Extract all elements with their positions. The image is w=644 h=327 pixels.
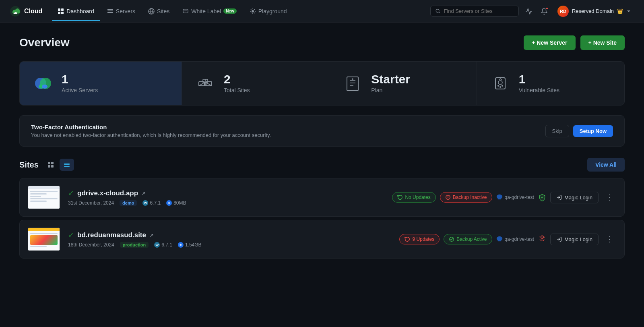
nav-item-whitelabel[interactable]: White Label New [177,6,242,17]
avatar: RD [557,6,569,17]
shield-icon [538,193,546,201]
search-icon [436,8,441,14]
view-all-button[interactable]: View All [587,158,625,172]
svg-point-33 [497,85,499,87]
nav-label-dashboard: Dashboard [66,8,94,14]
new-server-button[interactable]: + New Server [524,35,575,50]
list-view-btn[interactable] [60,159,74,171]
svg-rect-5 [61,12,64,14]
tfa-actions: Skip Setup Now [545,125,613,137]
site-name-row: ✓ bd.reduanmasud.site ↗ [68,231,391,240]
size-icon: ◉ [166,200,172,206]
login-icon [556,195,562,200]
server-chip: qa-gdrive-test [496,194,534,201]
notification-wrapper [539,6,549,17]
tfa-banner: Two-Factor Authentication You have not e… [19,115,625,147]
nav-item-dashboard[interactable]: Dashboard [52,6,100,17]
stat-icon-sites [195,73,216,94]
sites-title-row: Sites [19,159,74,171]
sites-header: Sites View All [19,158,625,172]
sites-title: Sites [19,160,39,170]
navbar: ☁ Cloud Dashboard Servers Sites White La… [0,0,644,23]
activity-icon-btn[interactable] [524,6,534,17]
bug-icon [538,234,546,242]
stat-number-plan: Starter [371,73,410,85]
new-site-button[interactable]: + New Site [580,35,625,50]
external-link-icon[interactable]: ↗ [141,190,146,197]
logo[interactable]: ☁ Cloud [10,6,42,17]
nav-label-whitelabel: White Label [191,8,221,14]
backup-chip: Backup Inactive [440,192,492,203]
whitelabel-badge: New [223,8,237,14]
site-date: 18th December, 2024 [68,242,114,248]
nav-right: RD Reserved Domain 👑 [430,4,634,19]
svg-point-34 [500,86,501,88]
search-input[interactable] [444,8,513,14]
stat-vulnerable[interactable]: 1 Vulnerable Sites [477,62,624,105]
wordpress-icon: W [154,242,160,248]
grid-view-btn[interactable] [43,159,58,171]
refresh-icon [405,236,410,242]
site-name[interactable]: bd.reduanmasud.site [77,231,146,239]
backup-chip: Backup Active [444,234,492,244]
svg-rect-37 [51,162,54,164]
site-status-icon: ✓ [68,231,74,240]
svg-rect-40 [64,163,70,164]
login-icon [556,236,562,242]
site-row: ✓ gdrive.x-cloud.app ↗ 31st December, 20… [19,178,625,217]
search-bar[interactable] [430,6,519,17]
server-icon [496,236,503,242]
site-status-icon: ✓ [68,189,74,198]
nav-item-playground[interactable]: Playground [244,6,293,17]
notification-dot [545,7,549,10]
nav-item-servers[interactable]: Servers [101,6,141,17]
svg-line-24 [206,83,212,86]
stat-label-sites: Total Sites [224,87,250,93]
site-row: ✓ bd.reduanmasud.site ↗ 18th December, 2… [19,220,625,259]
svg-point-8 [111,9,112,10]
site-info: ✓ gdrive.x-cloud.app ↗ 31st December, 20… [68,189,384,206]
stat-info-sites: 2 Total Sites [224,73,250,93]
server-icon [496,194,503,201]
updates-chip: No Updates [392,192,436,203]
site-info: ✓ bd.reduanmasud.site ↗ 18th December, 2… [68,231,391,248]
external-link-icon[interactable]: ↗ [149,232,154,238]
stat-label-vulnerable: Vulnerable Sites [519,87,559,93]
nav-item-sites[interactable]: Sites [142,6,175,17]
server-chip: qa-gdrive-test [496,236,534,242]
stat-icon-plan: $ [342,73,363,94]
updates-chip: 9 Updates [399,234,440,244]
stat-number-servers: 1 [62,73,98,85]
site-date: 31st December, 2024 [68,200,114,206]
site-actions: No Updates Backup Inactive qa-gdrive-tes… [392,191,616,203]
svg-text:☁: ☁ [13,10,17,14]
tfa-description: You have not enabled two-factor authenti… [31,132,271,138]
stat-total-sites[interactable]: 2 Total Sites [182,62,329,105]
list-icon [64,161,70,168]
site-size: ◉ 1.54GB [178,242,202,248]
refresh-icon [397,195,403,200]
stat-plan[interactable]: $ Starter Plan [329,62,477,105]
stat-active-servers[interactable]: 1 Active Servers [20,62,182,105]
tfa-skip-button[interactable]: Skip [545,125,569,137]
svg-rect-3 [61,8,64,11]
magic-login-button[interactable]: Magic Login [550,192,599,203]
svg-rect-41 [64,164,70,165]
svg-point-17 [42,85,47,89]
site-actions: 9 Updates Backup Active qa-gdrive-test [399,233,616,245]
stat-label-servers: Active Servers [62,87,98,93]
more-options-button[interactable]: ⋮ [603,191,616,203]
site-name[interactable]: gdrive.x-cloud.app [77,189,138,197]
tfa-text: Two-Factor Authentication You have not e… [31,124,271,138]
magic-login-button[interactable]: Magic Login [550,234,599,245]
user-menu-btn[interactable]: RD Reserved Domain 👑 [554,4,634,19]
more-options-button[interactable]: ⋮ [603,233,616,245]
stat-number-sites: 2 [224,73,250,85]
grid-icon [47,161,54,168]
tfa-setup-button[interactable]: Setup Now [573,125,613,137]
backup-active-icon [449,236,454,242]
username-label: Reserved Domain [572,8,614,14]
site-env: production [120,242,149,248]
svg-point-12 [252,10,254,12]
svg-rect-36 [48,162,50,164]
